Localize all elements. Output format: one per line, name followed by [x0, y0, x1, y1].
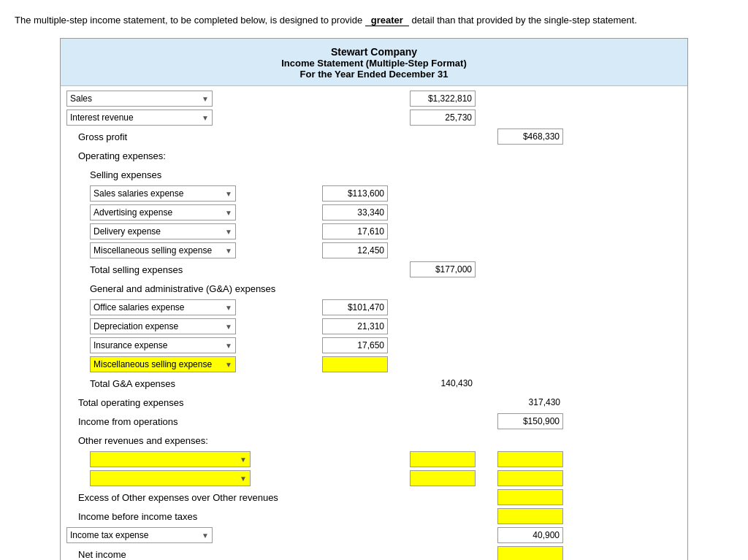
insurance-value: 17,650: [322, 337, 388, 353]
income-tax-col4: 40,900: [476, 527, 563, 543]
interest-revenue-dropdown[interactable]: Interest revenue ▼: [66, 110, 213, 126]
insurance-dropdown[interactable]: Insurance expense ▼: [90, 337, 236, 353]
delivery-value: 17,610: [322, 223, 388, 239]
sales-salaries-text: Sales salaries expense: [94, 188, 222, 199]
total-operating-value: 317,430: [497, 394, 563, 410]
total-gna-col3: 140,430: [388, 375, 476, 391]
sales-label-col: Sales ▼: [66, 91, 300, 107]
other-row1-col4: [476, 451, 563, 467]
misc-selling-text: Miscellaneous selling expense: [94, 245, 222, 256]
gross-profit-value: $468,330: [497, 129, 563, 145]
sales-row: Sales ▼ $1,322,810: [66, 89, 682, 108]
sales-salaries-dropdown[interactable]: Sales salaries expense ▼: [90, 185, 236, 202]
excess-row: Excess of Other expenses over Other reve…: [66, 488, 682, 507]
sales-salaries-arrow: ▼: [225, 190, 232, 198]
selling-expenses-row: Selling expenses: [66, 165, 682, 184]
depreciation-label-col: Depreciation expense ▼: [66, 318, 300, 334]
other-row1-value[interactable]: [410, 451, 476, 467]
advertising-text: Advertising expense: [94, 207, 222, 218]
total-gna-label: Total G&A expenses: [90, 378, 175, 389]
total-gna-row: Total G&A expenses 140,430: [66, 374, 682, 393]
gross-profit-label: Gross profit: [78, 131, 127, 142]
gna-label-col: General and administrative (G&A) expense…: [66, 283, 300, 294]
interest-revenue-text: Interest revenue: [70, 112, 199, 123]
selling-expenses-label-col: Selling expenses: [66, 169, 300, 180]
insurance-col2: 17,650: [300, 337, 388, 353]
income-tax-dropdown[interactable]: Income tax expense ▼: [66, 527, 213, 543]
income-before-tax-row: Income before income taxes: [66, 507, 682, 526]
misc-selling-col2: 12,450: [300, 242, 388, 258]
other-row2-label-col: ▼: [66, 470, 300, 486]
depreciation-text: Depreciation expense: [94, 321, 222, 331]
advertising-arrow: ▼: [225, 209, 232, 217]
sales-dropdown[interactable]: Sales ▼: [66, 91, 213, 107]
depreciation-arrow: ▼: [225, 323, 232, 331]
income-from-ops-label-col: Income from operations: [66, 416, 300, 427]
income-from-ops-row: Income from operations $150,900: [66, 412, 682, 431]
other-row1: ▼: [66, 450, 682, 469]
other-rev-exp-label-col: Other revenues and expenses:: [66, 435, 300, 446]
other-row2-dropdown[interactable]: ▼: [90, 470, 251, 486]
sales-salaries-row: Sales salaries expense ▼ $113,600: [66, 184, 682, 203]
insurance-text: Insurance expense: [94, 340, 222, 350]
total-selling-label: Total selling expenses: [90, 264, 183, 275]
advertising-dropdown[interactable]: Advertising expense ▼: [90, 204, 236, 220]
office-salaries-value: $101,470: [322, 299, 388, 315]
delivery-label-col: Delivery expense ▼: [66, 223, 300, 239]
sales-dropdown-text: Sales: [70, 93, 199, 104]
other-row2-col4: [476, 470, 563, 486]
office-salaries-dropdown[interactable]: Office salaries expense ▼: [90, 299, 236, 315]
intro-blank: greater: [365, 15, 409, 26]
total-gna-label-col: Total G&A expenses: [66, 378, 300, 389]
advertising-row: Advertising expense ▼ 33,340: [66, 203, 682, 222]
other-rev-exp-label: Other revenues and expenses:: [78, 435, 208, 446]
interest-revenue-col3: 25,730: [388, 110, 476, 126]
misc-selling-row: Miscellaneous selling expense ▼ 12,450: [66, 241, 682, 260]
excess-col4: [476, 489, 563, 505]
sales-dropdown-arrow: ▼: [202, 95, 209, 103]
delivery-row: Delivery expense ▼ 17,610: [66, 222, 682, 241]
income-from-ops-label: Income from operations: [78, 416, 178, 427]
intro-after: detail than that provided by the single-…: [409, 15, 637, 26]
other-row1-col3: [388, 451, 476, 467]
excess-value[interactable]: [497, 489, 563, 505]
misc-gna-row: Miscellaneous selling expense ▼: [66, 355, 682, 374]
other-row1-col4-value[interactable]: [497, 451, 563, 467]
depreciation-dropdown[interactable]: Depreciation expense ▼: [90, 318, 236, 334]
excess-label: Excess of Other expenses over Other reve…: [78, 492, 278, 503]
selling-expenses-label: Selling expenses: [90, 169, 161, 180]
office-salaries-row: Office salaries expense ▼ $101,470: [66, 298, 682, 317]
other-rev-exp-label-row: Other revenues and expenses:: [66, 431, 682, 450]
misc-gna-value[interactable]: [322, 356, 388, 372]
statement-header: Stewart Company Income Statement (Multip…: [61, 39, 687, 86]
misc-selling-value: 12,450: [322, 242, 388, 258]
gross-profit-row: Gross profit $468,330: [66, 127, 682, 146]
operating-expenses-label-col: Operating expenses:: [66, 150, 300, 161]
income-before-tax-label: Income before income taxes: [78, 511, 197, 522]
net-income-value[interactable]: [497, 546, 563, 560]
statement-period: For the Year Ended December 31: [61, 69, 687, 80]
other-row2-col4-value[interactable]: [497, 470, 563, 486]
insurance-arrow: ▼: [225, 342, 232, 350]
other-row1-dropdown[interactable]: ▼: [90, 451, 251, 467]
misc-gna-text: Miscellaneous selling expense: [94, 359, 222, 369]
office-salaries-arrow: ▼: [225, 304, 232, 312]
misc-selling-dropdown[interactable]: Miscellaneous selling expense ▼: [90, 242, 236, 258]
intro-paragraph: The multiple-step income statement, to b…: [15, 15, 733, 26]
delivery-dropdown[interactable]: Delivery expense ▼: [90, 223, 236, 239]
misc-selling-arrow: ▼: [225, 247, 232, 255]
misc-gna-dropdown[interactable]: Miscellaneous selling expense ▼: [90, 356, 236, 372]
net-income-col4: [476, 546, 563, 560]
net-income-row: Net income: [66, 545, 682, 560]
income-before-tax-value[interactable]: [497, 508, 563, 524]
depreciation-col2: 21,310: [300, 318, 388, 334]
advertising-value: 33,340: [322, 204, 388, 220]
misc-selling-label-col: Miscellaneous selling expense ▼: [66, 242, 300, 258]
statement-body: Sales ▼ $1,322,810 Interest revenue ▼ 25…: [61, 86, 687, 560]
insurance-row: Insurance expense ▼ 17,650: [66, 336, 682, 355]
total-gna-value: 140,430: [410, 375, 476, 391]
delivery-arrow: ▼: [225, 228, 232, 236]
depreciation-row: Depreciation expense ▼ 21,310: [66, 317, 682, 336]
interest-revenue-value: 25,730: [410, 110, 476, 126]
other-row2-value[interactable]: [410, 470, 476, 486]
